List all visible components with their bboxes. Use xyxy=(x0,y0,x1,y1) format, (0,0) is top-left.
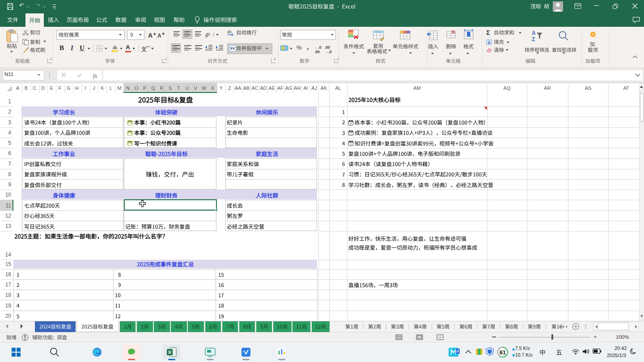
svg-text:fx: fx xyxy=(93,72,97,79)
svg-text:ab: ab xyxy=(205,31,211,38)
svg-text:ab: ab xyxy=(227,29,232,34)
svg-text:61: 61 xyxy=(500,349,506,356)
svg-text:wén: wén xyxy=(145,45,150,48)
svg-text:A: A xyxy=(532,30,536,36)
svg-text:Z: Z xyxy=(532,36,535,42)
